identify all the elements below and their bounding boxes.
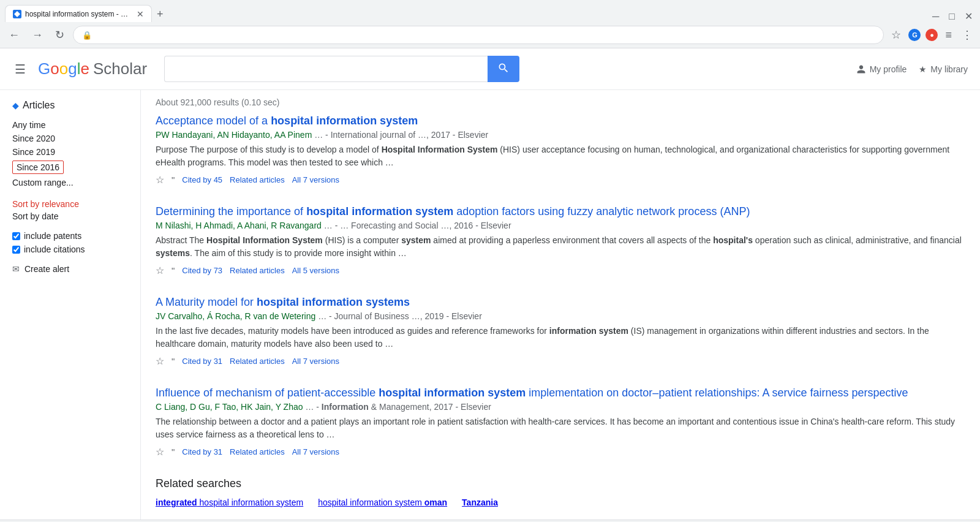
articles-label: Articles [23,100,55,111]
filter-any-time[interactable]: Any time [12,118,128,132]
time-filter-group: Any time Since 2020 Since 2019 Since 201… [12,118,128,189]
forward-button[interactable]: → [28,26,47,44]
maximize-button[interactable]: □ [949,11,955,22]
result-link-3[interactable]: A Maturity model for hospital informatio… [156,296,410,308]
result-link-1[interactable]: Acceptance model of a hospital informati… [156,115,418,127]
versions-link-2[interactable]: All 5 versions [292,266,339,275]
related-link-4[interactable]: Related articles [230,447,285,456]
cite-button-4[interactable]: " [172,447,175,457]
author-link-2a[interactable]: M Nilashi [156,221,191,230]
cite-button-2[interactable]: " [172,265,175,276]
related-link-integrated[interactable]: integrated hospital information system [156,497,303,507]
new-tab-button[interactable]: + [152,7,168,22]
tab-title: hospital information system - Go... [25,10,132,18]
related-link-2[interactable]: Related articles [230,266,285,275]
author-link-3c[interactable]: R van de Wetering [245,311,316,321]
menu-icon[interactable]: ≡ [943,26,954,44]
sort-by-relevance[interactable]: Sort by relevance [12,199,128,209]
related-link-3[interactable]: Related articles [230,357,285,366]
extension-icon-green[interactable]: G [908,29,921,41]
result-snippet-1: Purpose The purpose of this study is to … [156,143,968,169]
result-link-4[interactable]: Influence of mechanism of patient-access… [156,387,908,399]
save-button-2[interactable]: ☆ [156,265,164,276]
cite-button-3[interactable]: " [172,356,175,366]
main-results: About 921,000 results (0.10 sec) Accepta… [141,90,980,520]
author-link-2c[interactable]: A Ahani [237,221,266,230]
citations-checkbox-input[interactable] [12,246,20,254]
address-bar[interactable]: 🔒 scholar.google.com/scholar?as_ylo=2016… [73,26,884,44]
author-link-2b[interactable]: H Ahmadi [195,221,233,230]
save-button-1[interactable]: ☆ [156,174,164,186]
author-link-1a[interactable]: PW Handayani [156,130,213,140]
result-snippet-2: Abstract The Hospital Information System… [156,234,968,260]
extension-icon-red[interactable]: ● [925,29,938,41]
star-icon: ★ [919,64,927,74]
highlight-1: hospital information system [271,115,418,127]
patents-checkbox-input[interactable] [12,232,20,240]
filter-custom-range[interactable]: Custom range... [12,176,128,189]
cited-by-link-4[interactable]: Cited by 31 [182,447,222,456]
reload-button[interactable]: ↻ [51,26,68,44]
save-button-3[interactable]: ☆ [156,355,164,367]
more-options-button[interactable]: ⋮ [959,26,975,44]
include-citations-checkbox[interactable]: include citations [12,244,128,254]
citations-label: include citations [24,244,85,254]
related-link-tanzania[interactable]: Tanzania [462,497,498,507]
author-link-3b[interactable]: Á Rocha [207,311,240,321]
snippet-highlight-3: information system [549,326,628,336]
secure-icon: 🔒 [82,31,92,40]
sort-by-date[interactable]: Sort by date [12,211,128,221]
window-controls: ─ □ ✕ [932,10,980,22]
author-link-4c[interactable]: F Tao [215,402,236,412]
back-button[interactable]: ← [5,26,23,44]
related-link-oman[interactable]: hospital information system oman [318,497,447,507]
hamburger-menu-button[interactable]: ☰ [12,59,28,79]
my-profile-button[interactable]: My profile [856,64,907,74]
cited-by-link-1[interactable]: Cited by 45 [182,175,222,184]
close-window-button[interactable]: ✕ [965,10,973,22]
search-button[interactable] [488,56,519,82]
bookmark-icon[interactable]: ☆ [889,26,903,44]
snippet-highlight-2d: systems [156,248,190,258]
result-meta-4: C Liang, D Gu, F Tao, HK Jain, Y Zhao … … [156,402,968,412]
save-button-4[interactable]: ☆ [156,446,164,458]
related-link-1[interactable]: Related articles [230,175,285,184]
cited-by-link-2[interactable]: Cited by 73 [182,266,222,275]
versions-link-1[interactable]: All 7 versions [292,175,339,184]
versions-link-3[interactable]: All 7 versions [292,357,339,366]
create-alert-label: Create alert [24,264,69,274]
include-patents-checkbox[interactable]: include patents [12,231,128,241]
cited-by-link-3[interactable]: Cited by 31 [182,357,222,366]
minimize-button[interactable]: ─ [932,11,939,22]
snippet-highlight-1: Hospital Information System [382,145,498,154]
tab-close-button[interactable]: ✕ [137,9,144,19]
filter-since-2019[interactable]: Since 2019 [12,145,128,159]
author-link-1c[interactable]: AA Pinem [274,130,312,140]
result-link-2[interactable]: Determining the importance of hospital i… [156,205,750,218]
filter-since-2020[interactable]: Since 2020 [12,132,128,145]
author-link-2d[interactable]: R Ravangard [271,221,322,230]
author-link-1b[interactable]: AN Hidayanto [217,130,270,140]
cite-button-1[interactable]: " [172,175,175,185]
author-link-4b[interactable]: D Gu [190,402,210,412]
result-title-1[interactable]: Acceptance model of a hospital informati… [156,115,968,127]
filter-since-2016[interactable]: Since 2016 [12,161,64,174]
google-scholar-logo[interactable]: Google Scholar [38,59,147,78]
result-title-4[interactable]: Influence of mechanism of patient-access… [156,387,968,399]
active-tab[interactable]: hospital information system - Go... ✕ [5,5,152,22]
author-link-3a[interactable]: JV Carvalho [156,311,202,321]
result-title-2[interactable]: Determining the importance of hospital i… [156,205,968,218]
result-title-3[interactable]: A Maturity model for hospital informatio… [156,296,968,309]
tab-favicon [13,10,21,18]
create-alert-button[interactable]: ✉ Create alert [12,264,128,274]
url-input[interactable]: scholar.google.com/scholar?as_ylo=2016&q… [96,30,875,40]
sidebar: ◆ Articles Any time Since 2020 Since 201… [0,90,141,520]
patents-label: include patents [24,231,81,241]
author-link-4e[interactable]: Y Zhao [276,402,303,412]
author-link-4a[interactable]: C Liang [156,402,185,412]
author-link-4d[interactable]: HK Jain [241,402,271,412]
versions-link-4[interactable]: All 7 versions [292,447,339,456]
search-icon [497,62,510,74]
search-input[interactable]: hospital information system [164,56,488,82]
my-library-button[interactable]: ★ My library [919,64,968,74]
